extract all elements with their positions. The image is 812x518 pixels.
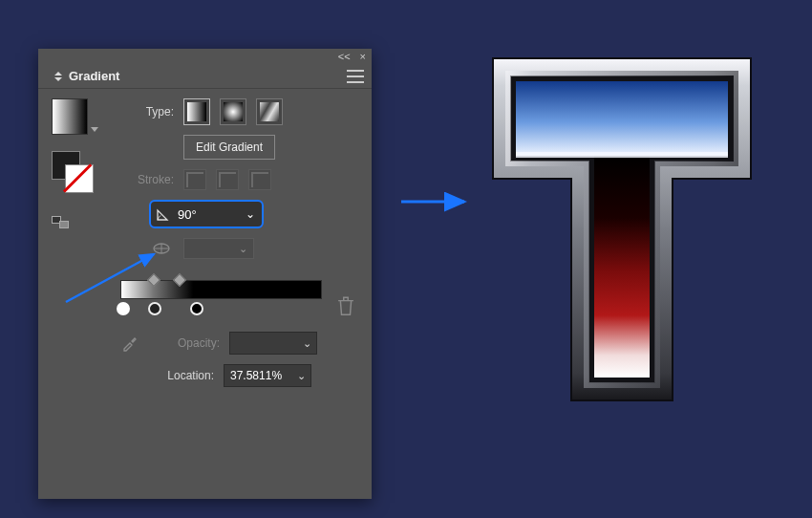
opacity-dropdown[interactable]: ⌄ xyxy=(297,337,316,350)
svg-line-3 xyxy=(66,254,154,302)
stroke-across-button[interactable] xyxy=(248,169,271,190)
stroke-along-button[interactable] xyxy=(216,169,239,190)
type-label: Type: xyxy=(120,105,174,119)
angle-row: ⌄ xyxy=(149,200,358,228)
panel-title-tab[interactable]: Gradient xyxy=(44,66,129,86)
panel-menu-button[interactable] xyxy=(347,70,364,83)
angle-icon xyxy=(151,206,176,222)
panel-collapse-button[interactable]: << xyxy=(338,51,351,62)
opacity-input[interactable] xyxy=(230,336,297,350)
annotation-arrow-to-result xyxy=(399,189,474,217)
location-dropdown[interactable]: ⌄ xyxy=(291,370,310,382)
angle-input-wrap[interactable]: ⌄ xyxy=(149,200,264,228)
panel-close-button[interactable]: × xyxy=(360,51,366,62)
svg-rect-6 xyxy=(594,156,650,378)
type-row: Type: xyxy=(120,98,358,125)
location-row: Location: ⌄ xyxy=(157,364,358,387)
result-preview xyxy=(487,53,757,406)
type-linear-button[interactable] xyxy=(183,98,210,125)
aspect-ratio-row: ⌄ xyxy=(149,238,358,259)
type-radial-button[interactable] xyxy=(220,98,246,125)
swatch-column xyxy=(52,98,118,229)
svg-rect-5 xyxy=(516,81,728,156)
color-stop-3[interactable] xyxy=(190,302,203,315)
opacity-label: Opacity: xyxy=(166,336,220,350)
angle-dropdown[interactable]: ⌄ xyxy=(239,207,262,221)
location-input[interactable] xyxy=(224,369,291,382)
stroke-swatch-none[interactable] xyxy=(65,164,94,193)
expand-collapse-icon xyxy=(53,72,63,81)
angle-input[interactable] xyxy=(176,204,239,226)
delete-stop-button[interactable] xyxy=(337,295,354,314)
eyedropper-button[interactable] xyxy=(120,333,139,354)
annotation-arrow-to-angle xyxy=(62,248,167,309)
stroke-within-button[interactable] xyxy=(183,169,206,190)
location-label: Location: xyxy=(157,369,214,382)
panel-header: Gradient xyxy=(38,64,372,89)
stroke-row: Stroke: xyxy=(120,169,358,190)
gradient-preset-dropdown[interactable] xyxy=(91,127,98,132)
opacity-row: Opacity: ⌄ xyxy=(120,332,358,355)
type-freeform-button[interactable] xyxy=(256,98,283,125)
edit-gradient-button[interactable]: Edit Gradient xyxy=(183,135,275,160)
stroke-label: Stroke: xyxy=(120,173,174,186)
fill-stroke-swatches[interactable] xyxy=(52,151,96,191)
panel-window-controls: << × xyxy=(38,49,372,64)
location-field[interactable]: ⌄ xyxy=(224,364,311,387)
reverse-gradient-button[interactable] xyxy=(52,216,71,229)
opacity-field[interactable]: ⌄ xyxy=(229,332,317,355)
svg-rect-7 xyxy=(516,152,728,158)
aspect-ratio-dropdown[interactable]: ⌄ xyxy=(183,238,254,259)
opacity-stop-2[interactable] xyxy=(173,273,186,287)
active-gradient-swatch[interactable] xyxy=(52,98,88,135)
panel-title: Gradient xyxy=(69,69,119,83)
